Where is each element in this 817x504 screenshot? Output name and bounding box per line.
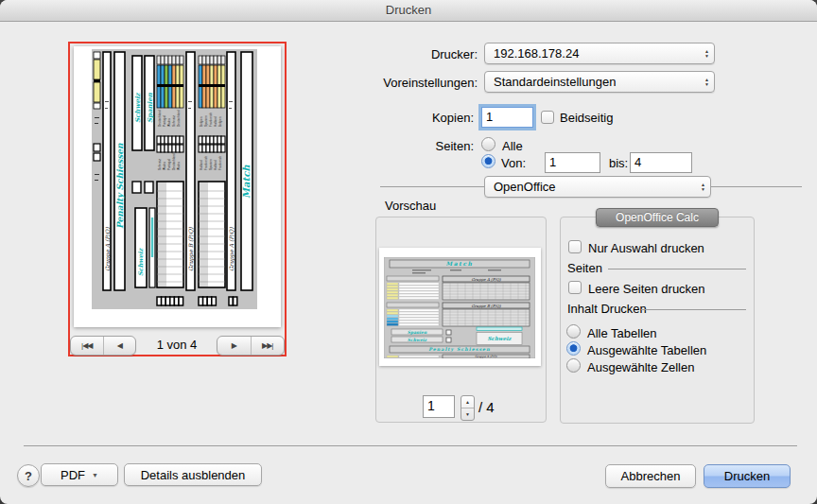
mini-spanien-label: Spanien bbox=[408, 330, 427, 335]
presets-select-value: Standardeinstellungen bbox=[494, 75, 616, 89]
app-options-select[interactable]: OpenOffice ▲▼ bbox=[484, 176, 711, 198]
presets-select[interactable]: Standardeinstellungen ▲▼ bbox=[484, 71, 715, 93]
country-a-0: Deutschland bbox=[158, 110, 162, 127]
preview-page-stepper[interactable]: ▲ ▼ bbox=[461, 395, 475, 421]
last-page-button[interactable]: ▶▶| bbox=[251, 337, 285, 355]
pages-label: Seiten: bbox=[340, 139, 474, 153]
hide-details-label: Details ausblenden bbox=[141, 468, 246, 482]
mini-match-title: Match bbox=[446, 260, 474, 267]
sheet-schweiz-label: Schweiz bbox=[133, 92, 142, 123]
preview-page-total: / 4 bbox=[478, 399, 495, 415]
sheet-match-label: Match bbox=[241, 165, 252, 199]
page-indicator: 1 von 4 bbox=[139, 338, 215, 352]
sheet-gruppe-b-label: Gruppe B (P/Q) bbox=[187, 227, 195, 271]
next-page-button[interactable]: ▶ bbox=[217, 337, 251, 355]
content-group-line bbox=[641, 309, 746, 310]
country-a-3: Schweiz bbox=[172, 115, 176, 127]
print-empty-pages-checkbox[interactable] bbox=[568, 281, 582, 294]
print-dialog: Drucken bbox=[0, 0, 817, 504]
mini-gruppe-a2-title: Gruppe A (P/Q) bbox=[475, 355, 497, 358]
print-button-label: Drucken bbox=[724, 469, 770, 483]
popup-arrows-icon: ▲▼ bbox=[701, 177, 705, 197]
vorschau-label: Vorschau bbox=[385, 199, 436, 213]
printer-select-value: 192.168.178.24 bbox=[494, 46, 579, 61]
mini-preview-page: Match Gruppe A (P/Q) Gruppe B (P/Q) bbox=[379, 248, 541, 366]
sheet-penalty-label: Penalty Schiessen bbox=[115, 143, 125, 229]
duplex-checkbox[interactable] bbox=[541, 111, 554, 124]
popup-arrows-icon: ▲▼ bbox=[704, 72, 709, 92]
pages-to-label: bis: bbox=[609, 156, 628, 170]
selected-sheets-radio[interactable] bbox=[566, 341, 581, 356]
print-empty-pages-label: Leere Seiten drucken bbox=[588, 282, 705, 296]
help-button[interactable]: ? bbox=[17, 464, 40, 487]
previous-page-button[interactable]: ◀ bbox=[103, 337, 136, 355]
pages-from-input[interactable]: 1 bbox=[545, 152, 600, 173]
printer-select[interactable]: 192.168.178.24 ▲▼ bbox=[484, 43, 715, 64]
mini-schweiz2-label: Schweiz bbox=[488, 336, 513, 341]
country-b-4: Belgien bbox=[218, 116, 222, 127]
mini-gruppe-b-title: Gruppe B (P/Q) bbox=[471, 304, 501, 308]
country-b-3: Holland bbox=[214, 116, 217, 127]
pages-group-label: Seiten bbox=[567, 261, 602, 275]
all-sheets-radio[interactable] bbox=[566, 324, 581, 339]
country-a2-2: Portugal bbox=[167, 159, 171, 170]
country-a2-4: Wales bbox=[177, 162, 181, 170]
pdf-button-label: PDF bbox=[61, 468, 85, 482]
pages-all-label: Alle bbox=[502, 139, 523, 153]
print-selection-only-checkbox[interactable] bbox=[568, 240, 582, 253]
print-selection-only-label: Nur Auswahl drucken bbox=[588, 241, 704, 255]
first-page-button[interactable]: |◀◀ bbox=[71, 337, 103, 355]
country-b2-2: Spanien bbox=[209, 159, 213, 170]
pages-from-radio[interactable] bbox=[481, 154, 495, 168]
pages-group-line bbox=[608, 269, 746, 269]
pdf-button[interactable]: PDF ▼ bbox=[41, 463, 118, 486]
country-b2-1: Frankreich bbox=[204, 156, 208, 170]
all-sheets-label: Alle Tabellen bbox=[587, 326, 656, 340]
pages-to-input[interactable]: 4 bbox=[630, 152, 692, 173]
presets-label: Voreinstellungen: bbox=[340, 76, 478, 90]
selected-cells-label: Ausgewählte Zellen bbox=[587, 360, 694, 374]
printer-label: Drucker: bbox=[340, 47, 478, 61]
sheet-schweiz2-label: Schweiz bbox=[137, 247, 145, 276]
country-a-2: Wales bbox=[167, 118, 171, 127]
country-b-1: Spanien bbox=[204, 115, 208, 127]
pages-from-label: Von: bbox=[501, 156, 526, 170]
mini-sheet-preview: Match Gruppe A (P/Q) Gruppe B (P/Q) bbox=[384, 257, 535, 358]
sheet-spanien-label: Spanien bbox=[146, 92, 154, 123]
country-b2-0: Holland bbox=[200, 160, 203, 170]
hide-details-button[interactable]: Details ausblenden bbox=[124, 463, 262, 486]
page-nav-back-group[interactable]: |◀◀ ◀ bbox=[70, 336, 136, 356]
selected-sheets-label: Ausgewählte Tabellen bbox=[587, 343, 706, 357]
country-a-1: Portugal bbox=[163, 115, 166, 127]
country-a-4: Deutschland bbox=[177, 110, 181, 127]
country-a2-1: Wales bbox=[163, 162, 166, 170]
cancel-button-label: Abbrechen bbox=[621, 469, 681, 483]
sheet-gruppe-a2-label: Gruppe A (P/Q) bbox=[228, 227, 235, 271]
preview-page-input[interactable]: 1 bbox=[423, 395, 455, 418]
selected-cells-radio[interactable] bbox=[566, 358, 581, 373]
sheet-gruppe-a-label: Gruppe A (P/Q) bbox=[104, 227, 112, 271]
stepper-down-icon[interactable]: ▼ bbox=[461, 408, 474, 420]
stepper-up-icon[interactable]: ▲ bbox=[461, 396, 474, 408]
duplex-label: Beidseitig bbox=[560, 111, 613, 125]
print-button[interactable]: Drucken bbox=[704, 464, 791, 488]
footer-divider bbox=[24, 445, 797, 446]
mini-gruppe-a-title: Gruppe A (P/Q) bbox=[471, 277, 500, 282]
content-group-label: Inhalt Drucken bbox=[567, 302, 647, 316]
mini-penalty-title: Penalty Schiessen bbox=[428, 346, 490, 353]
country-b-0: Belgien bbox=[200, 116, 203, 127]
app-options-value: OpenOffice bbox=[494, 180, 556, 194]
dialog-title: Drucken bbox=[0, 0, 817, 22]
page-nav-forward-group[interactable]: ▶ ▶▶| bbox=[217, 336, 285, 356]
copies-input[interactable]: 1 bbox=[481, 107, 533, 128]
calc-panel-tab: OpenOffice Calc bbox=[596, 208, 719, 227]
mini-schweiz-label: Schweiz bbox=[408, 338, 427, 342]
country-a2-3: Deutschland bbox=[172, 153, 176, 170]
country-b2-3: Holland bbox=[214, 160, 217, 170]
country-b2-4: Frankreich bbox=[218, 156, 222, 170]
rotated-sheet-preview: Deutschland Portugal Wales Schweiz Deuts… bbox=[92, 49, 257, 309]
cancel-button[interactable]: Abbrechen bbox=[605, 464, 696, 488]
pages-all-radio[interactable] bbox=[481, 137, 495, 151]
popup-arrows-icon: ▲▼ bbox=[704, 43, 709, 63]
country-a2-0: Schweiz bbox=[158, 159, 162, 170]
